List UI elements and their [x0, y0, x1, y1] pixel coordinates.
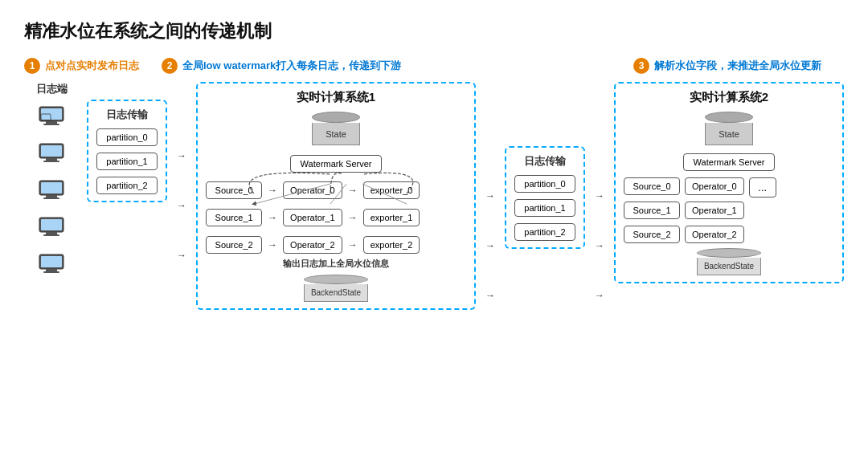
exporter-1: exporter_1	[363, 209, 420, 226]
arrow-2: →	[175, 196, 188, 215]
arrow-8: →	[593, 236, 606, 255]
svg-rect-6	[41, 145, 62, 157]
svg-rect-7	[46, 158, 57, 161]
state-cylinder-2: State	[705, 112, 753, 145]
s2-op2-arrow: →	[266, 235, 279, 255]
step-3-text: 解析水位字段，来推进全局水位更新	[654, 59, 821, 73]
ellipsis-box: ...	[749, 177, 776, 197]
state-area-2: State Watermark Server	[624, 112, 834, 174]
system2-sources-col: Source_0 Source_1 Source_2	[624, 177, 680, 243]
partition-2-node: partition_2	[96, 177, 158, 194]
op2-exp2-arrow: →	[346, 235, 359, 255]
svg-rect-18	[41, 256, 62, 267]
system2-box: 实时计算系统2 State Watermark Server Source_0 …	[614, 82, 844, 283]
s2-source-1: Source_1	[624, 202, 680, 219]
s2-source-2: Source_2	[624, 226, 680, 243]
partition-col-1: partition_0 partition_1 partition_2	[96, 128, 158, 194]
cylinder-body-2: State	[705, 123, 753, 145]
s2-source-0: Source_0	[624, 177, 680, 195]
svg-rect-10	[41, 182, 62, 193]
svg-line-23	[362, 184, 407, 204]
partition-col-2: partition_0 partition_1 partition_2	[514, 175, 575, 241]
computer-icons-col	[38, 106, 65, 275]
computer-icon-1	[38, 106, 65, 127]
system1-title: 实时计算系统1	[206, 90, 466, 105]
step-1-text: 点对点实时发布日志	[45, 59, 139, 73]
partition-1-node-2: partition_1	[514, 199, 575, 217]
arrow-7: →	[593, 186, 606, 206]
wm-server-2: Watermark Server	[683, 153, 776, 171]
system2-flows: Source_0 Source_1 Source_2 Operator_0 Op…	[624, 177, 834, 243]
operator-2: Operator_2	[283, 236, 342, 254]
log-transfer-2-box: 日志传输 partition_0 partition_1 partition_2	[505, 146, 585, 249]
step-1: 1 点对点实时发布日志	[24, 58, 139, 74]
computer-icon-4	[38, 217, 65, 238]
wm-server-area: Watermark Server	[206, 152, 466, 176]
log-transfer-1-box: 日志传输 partition_0 partition_1 partition_2	[87, 100, 167, 202]
system2-title: 实时计算系统2	[624, 90, 834, 105]
wm-arrows-svg	[206, 160, 495, 208]
computer-icon-2	[38, 143, 65, 164]
svg-rect-11	[46, 195, 57, 197]
arrows-3: → → →	[593, 186, 606, 305]
arrow-1: →	[175, 146, 188, 165]
partition-0-node-2: partition_0	[514, 175, 575, 193]
svg-rect-2	[46, 121, 57, 124]
arrow-9: →	[593, 286, 606, 305]
backend-state-1: BackendState	[206, 275, 466, 302]
s2-operator-0: Operator_0	[685, 177, 744, 195]
step-1-circle: 1	[24, 58, 40, 74]
backend-state-2: BackendState	[624, 248, 834, 275]
log-transfer-1-label: 日志传输	[96, 108, 158, 122]
step-2-text: 全局low watermark打入每条日志，传递到下游	[182, 59, 401, 73]
page-title: 精准水位在系统之间的传递机制	[24, 19, 844, 43]
svg-rect-16	[43, 234, 59, 236]
log-section-label: 日志端	[36, 82, 68, 96]
svg-line-22	[330, 184, 346, 204]
backend-top-2	[697, 248, 761, 258]
partition-2-node-2: partition_2	[514, 223, 575, 241]
log-section: 日志端	[24, 82, 79, 275]
svg-rect-19	[46, 269, 57, 271]
source-2: Source_2	[206, 236, 262, 254]
partition-0-node: partition_0	[96, 128, 158, 146]
cylinder-top-2	[705, 112, 753, 123]
operator-1: Operator_1	[283, 209, 342, 226]
svg-rect-15	[46, 232, 57, 234]
svg-line-21	[254, 184, 330, 204]
backend-body-2: BackendState	[697, 258, 761, 275]
computer-icon-5	[38, 254, 65, 275]
backend-body-1: BackendState	[304, 284, 368, 302]
cylinder-body-1: State	[312, 123, 360, 145]
system1-box: 实时计算系统1 State	[196, 82, 476, 310]
arrow-6: →	[484, 286, 497, 305]
system2-operators-col: Operator_0 Operator_1 Operator_2	[685, 177, 744, 243]
svg-rect-12	[43, 197, 59, 199]
svg-rect-3	[43, 124, 59, 125]
step-3-circle: 3	[633, 58, 649, 74]
s1-op1-arrow: →	[266, 208, 279, 227]
step-2: 2 全局low watermark打入每条日志，传递到下游	[162, 58, 401, 74]
arrow-3: →	[175, 246, 188, 265]
step-3: 3 解析水位字段，来推进全局水位更新	[633, 58, 821, 74]
s2-operator-1: Operator_1	[685, 202, 744, 219]
step-2-circle: 2	[162, 58, 178, 74]
backend-top-1	[304, 275, 368, 284]
slide: 精准水位在系统之间的传递机制 1 点对点实时发布日志 2 全局low water…	[0, 0, 868, 452]
flow-row-2: Source_2 → Operator_2 → exporter_2	[206, 235, 466, 255]
main-content: 日志端	[24, 82, 844, 310]
s2-operator-2: Operator_2	[685, 226, 744, 243]
steps-row: 1 点对点实时发布日志 2 全局low watermark打入每条日志，传递到下…	[24, 58, 844, 74]
svg-rect-20	[43, 271, 59, 273]
exporter-2: exporter_2	[363, 236, 420, 254]
output-label-1: 输出日志加上全局水位信息	[206, 258, 466, 270]
arrow-5: →	[484, 236, 497, 255]
svg-rect-8	[43, 161, 59, 162]
source-1: Source_1	[206, 209, 262, 226]
svg-rect-14	[41, 219, 62, 230]
flow-row-1: Source_1 → Operator_1 → exporter_1	[206, 208, 466, 227]
log-transfer-2-label: 日志传输	[514, 154, 575, 169]
arrows-1: → → →	[175, 146, 188, 265]
cylinder-top-1	[312, 112, 360, 123]
state-cylinder-1: State	[312, 112, 360, 145]
